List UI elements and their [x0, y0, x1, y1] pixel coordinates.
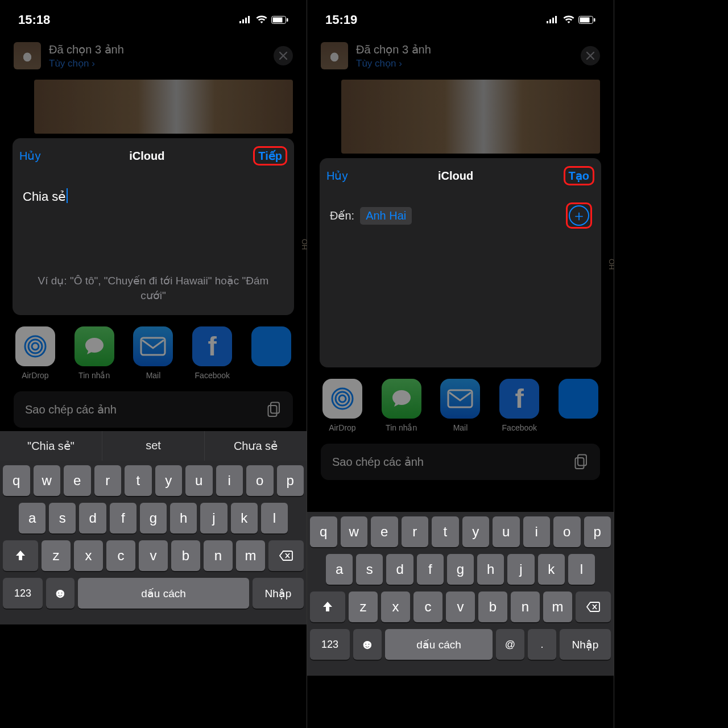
svg-rect-10 — [141, 338, 165, 355]
key-k[interactable]: k — [538, 554, 565, 585]
key-n[interactable]: n — [204, 540, 233, 571]
key-f[interactable]: f — [417, 554, 444, 585]
at-key[interactable]: @ — [496, 629, 524, 660]
cancel-button[interactable]: Hủy — [19, 149, 40, 163]
key-g[interactable]: g — [447, 554, 474, 585]
add-recipient-button[interactable]: ＋ — [569, 205, 589, 226]
emoji-key[interactable]: ☻ — [353, 629, 382, 660]
suggestion-bar[interactable]: "Chia sẻ" set Chưa sẻ — [0, 431, 307, 461]
recipient-chip[interactable]: Anh Hai — [360, 207, 412, 225]
key-l[interactable]: l — [261, 503, 288, 533]
app-more[interactable] — [250, 326, 293, 380]
key-r[interactable]: r — [94, 465, 122, 496]
copy-photos[interactable]: Sao chép các ảnh — [14, 391, 293, 428]
keyboard[interactable]: qwertyuiop asdfghjkl zxcvbnm 123 ☻ dấu c… — [0, 461, 307, 624]
app-row[interactable]: AirDrop Tin nhắn Mail fFacebook — [0, 315, 307, 383]
key-m[interactable]: m — [236, 540, 265, 571]
space-key[interactable]: dấu cách — [78, 578, 249, 609]
key-t[interactable]: t — [125, 465, 152, 496]
key-m[interactable]: m — [543, 592, 572, 622]
app-mail[interactable]: Mail — [439, 379, 482, 432]
close-button[interactable] — [581, 46, 600, 65]
enter-key[interactable]: Nhập — [253, 578, 304, 609]
app-more[interactable] — [557, 379, 600, 432]
key-z[interactable]: z — [42, 540, 71, 571]
key-f[interactable]: f — [110, 503, 136, 533]
create-button[interactable]: Tạo — [564, 166, 594, 185]
key-a[interactable]: a — [326, 554, 353, 585]
options-link[interactable]: Tùy chọn › — [49, 57, 266, 69]
enter-key[interactable]: Nhập — [560, 629, 611, 660]
key-e[interactable]: e — [371, 516, 398, 547]
app-facebook[interactable]: fFacebook — [498, 379, 541, 432]
suggestion[interactable]: "Chia sẻ" — [0, 431, 102, 461]
key-q[interactable]: q — [310, 516, 337, 547]
backspace-key[interactable] — [576, 592, 611, 622]
key-i[interactable]: i — [216, 465, 243, 496]
app-mail[interactable]: Mail — [132, 326, 175, 380]
copy-photos[interactable]: Sao chép các ảnh — [321, 444, 600, 480]
key-a[interactable]: a — [19, 503, 46, 533]
key-r[interactable]: r — [402, 516, 429, 547]
key-t[interactable]: t — [432, 516, 459, 547]
key-s[interactable]: s — [356, 554, 383, 585]
app-messages[interactable]: Tin nhắn — [73, 326, 116, 380]
app-facebook[interactable]: fFacebook — [191, 326, 234, 380]
app-airdrop[interactable]: AirDrop — [14, 326, 57, 380]
key-b[interactable]: b — [478, 592, 507, 622]
key-d[interactable]: d — [386, 554, 413, 585]
shift-key[interactable] — [310, 592, 345, 622]
numbers-key[interactable]: 123 — [3, 578, 43, 609]
app-row[interactable]: AirDrop Tin nhắn Mail fFacebook — [307, 367, 614, 436]
key-e[interactable]: e — [64, 465, 91, 496]
recipients-row[interactable]: Đến: Anh Hai ＋ — [320, 191, 601, 237]
key-u[interactable]: u — [493, 516, 520, 547]
options-link[interactable]: Tùy chọn › — [356, 57, 573, 69]
key-p[interactable]: p — [584, 516, 611, 547]
emoji-key[interactable]: ☻ — [46, 578, 75, 609]
suggestion[interactable]: set — [102, 431, 205, 461]
key-i[interactable]: i — [523, 516, 551, 547]
key-w[interactable]: w — [341, 516, 368, 547]
key-v[interactable]: v — [446, 592, 475, 622]
key-z[interactable]: z — [349, 592, 378, 622]
key-l[interactable]: l — [568, 554, 595, 585]
key-x[interactable]: x — [74, 540, 103, 571]
key-w[interactable]: w — [34, 465, 61, 496]
share-name-input[interactable]: Chia sẻ — [13, 171, 294, 239]
key-k[interactable]: k — [231, 503, 258, 533]
key-o[interactable]: o — [246, 465, 274, 496]
cancel-button[interactable]: Hủy — [326, 169, 348, 183]
key-j[interactable]: j — [200, 503, 227, 533]
key-n[interactable]: n — [511, 592, 540, 622]
space-key[interactable]: dấu cách — [385, 629, 493, 660]
key-b[interactable]: b — [171, 540, 200, 571]
keyboard[interactable]: qwertyuiop asdfghjkl zxcvbnm 123 ☻ dấu c… — [307, 512, 614, 676]
dot-key[interactable]: . — [528, 629, 556, 660]
key-o[interactable]: o — [553, 516, 581, 547]
app-messages[interactable]: Tin nhắn — [380, 379, 423, 432]
key-p[interactable]: p — [277, 465, 304, 496]
key-y[interactable]: y — [462, 516, 490, 547]
key-c[interactable]: c — [413, 592, 442, 622]
key-y[interactable]: y — [155, 465, 183, 496]
key-h[interactable]: h — [477, 554, 504, 585]
key-u[interactable]: u — [185, 465, 213, 496]
key-s[interactable]: s — [49, 503, 76, 533]
suggestion[interactable]: Chưa sẻ — [205, 431, 307, 461]
key-c[interactable]: c — [106, 540, 135, 571]
key-h[interactable]: h — [170, 503, 197, 533]
key-g[interactable]: g — [140, 503, 167, 533]
svg-rect-5 — [273, 18, 283, 23]
next-button[interactable]: Tiếp — [253, 146, 287, 166]
close-button[interactable] — [274, 46, 293, 65]
key-x[interactable]: x — [381, 592, 410, 622]
backspace-key[interactable] — [268, 540, 304, 571]
key-v[interactable]: v — [139, 540, 168, 571]
app-airdrop[interactable]: AirDrop — [321, 379, 364, 432]
key-d[interactable]: d — [79, 503, 106, 533]
numbers-key[interactable]: 123 — [310, 629, 350, 660]
key-j[interactable]: j — [507, 554, 534, 585]
shift-key[interactable] — [3, 540, 38, 571]
key-q[interactable]: q — [3, 465, 30, 496]
